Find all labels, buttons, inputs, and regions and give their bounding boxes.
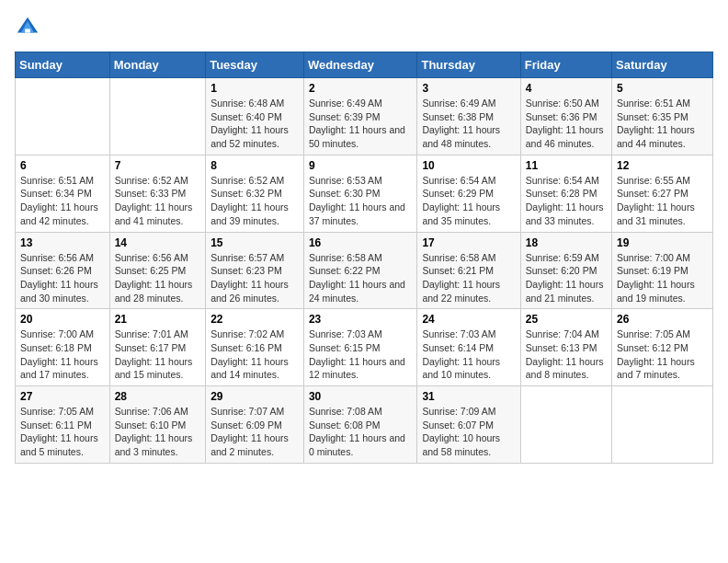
day-cell: 9Sunrise: 6:53 AM Sunset: 6:30 PM Daylig… bbox=[303, 155, 417, 232]
day-cell: 26Sunrise: 7:05 AM Sunset: 6:12 PM Dayli… bbox=[612, 309, 713, 386]
day-cell: 21Sunrise: 7:01 AM Sunset: 6:17 PM Dayli… bbox=[109, 309, 205, 386]
day-number: 14 bbox=[115, 236, 200, 249]
day-number: 29 bbox=[210, 390, 299, 403]
day-info: Sunrise: 7:01 AM Sunset: 6:17 PM Dayligh… bbox=[115, 327, 200, 382]
day-number: 3 bbox=[422, 82, 515, 95]
day-info: Sunrise: 6:56 AM Sunset: 6:25 PM Dayligh… bbox=[115, 251, 200, 305]
day-cell: 2Sunrise: 6:49 AM Sunset: 6:39 PM Daylig… bbox=[303, 78, 417, 155]
day-number: 31 bbox=[422, 390, 515, 403]
logo bbox=[15, 15, 44, 40]
day-number: 23 bbox=[309, 313, 413, 326]
day-cell bbox=[109, 78, 205, 155]
day-number: 15 bbox=[210, 236, 299, 249]
day-cell: 27Sunrise: 7:05 AM Sunset: 6:11 PM Dayli… bbox=[16, 386, 110, 464]
day-number: 17 bbox=[422, 236, 515, 249]
day-cell: 4Sunrise: 6:50 AM Sunset: 6:36 PM Daylig… bbox=[520, 78, 611, 155]
day-info: Sunrise: 6:54 AM Sunset: 6:29 PM Dayligh… bbox=[422, 174, 515, 228]
day-number: 2 bbox=[309, 82, 413, 95]
day-cell: 5Sunrise: 6:51 AM Sunset: 6:35 PM Daylig… bbox=[612, 78, 713, 155]
week-row-1: 1Sunrise: 6:48 AM Sunset: 6:40 PM Daylig… bbox=[16, 78, 713, 155]
day-cell: 14Sunrise: 6:56 AM Sunset: 6:25 PM Dayli… bbox=[109, 232, 205, 309]
svg-rect-2 bbox=[25, 29, 30, 32]
day-number: 13 bbox=[20, 236, 105, 249]
day-info: Sunrise: 7:05 AM Sunset: 6:11 PM Dayligh… bbox=[20, 405, 105, 459]
day-cell: 17Sunrise: 6:58 AM Sunset: 6:21 PM Dayli… bbox=[417, 232, 520, 309]
week-row-5: 27Sunrise: 7:05 AM Sunset: 6:11 PM Dayli… bbox=[16, 386, 713, 464]
column-header-saturday: Saturday bbox=[612, 52, 713, 78]
day-number: 21 bbox=[115, 313, 200, 326]
day-cell: 8Sunrise: 6:52 AM Sunset: 6:32 PM Daylig… bbox=[206, 155, 304, 232]
day-cell: 25Sunrise: 7:04 AM Sunset: 6:13 PM Dayli… bbox=[520, 309, 611, 386]
day-cell: 23Sunrise: 7:03 AM Sunset: 6:15 PM Dayli… bbox=[303, 309, 417, 386]
day-info: Sunrise: 7:06 AM Sunset: 6:10 PM Dayligh… bbox=[115, 405, 200, 459]
calendar-header-row: SundayMondayTuesdayWednesdayThursdayFrid… bbox=[16, 52, 713, 78]
day-cell: 7Sunrise: 6:52 AM Sunset: 6:33 PM Daylig… bbox=[109, 155, 205, 232]
day-info: Sunrise: 6:58 AM Sunset: 6:21 PM Dayligh… bbox=[422, 251, 515, 305]
page-header bbox=[15, 15, 713, 40]
day-number: 28 bbox=[115, 390, 200, 403]
day-info: Sunrise: 6:50 AM Sunset: 6:36 PM Dayligh… bbox=[526, 97, 607, 151]
day-cell: 6Sunrise: 6:51 AM Sunset: 6:34 PM Daylig… bbox=[16, 155, 110, 232]
day-info: Sunrise: 7:04 AM Sunset: 6:13 PM Dayligh… bbox=[526, 327, 607, 382]
day-number: 27 bbox=[20, 390, 105, 403]
day-number: 5 bbox=[617, 82, 708, 95]
day-info: Sunrise: 7:09 AM Sunset: 6:07 PM Dayligh… bbox=[422, 405, 515, 459]
column-header-sunday: Sunday bbox=[16, 52, 110, 78]
day-number: 4 bbox=[526, 82, 607, 95]
day-info: Sunrise: 6:49 AM Sunset: 6:39 PM Dayligh… bbox=[309, 97, 413, 151]
day-cell bbox=[16, 78, 110, 155]
day-info: Sunrise: 6:48 AM Sunset: 6:40 PM Dayligh… bbox=[210, 97, 299, 151]
day-number: 7 bbox=[115, 159, 200, 172]
day-cell: 18Sunrise: 6:59 AM Sunset: 6:20 PM Dayli… bbox=[520, 232, 611, 309]
day-number: 11 bbox=[526, 159, 607, 172]
day-number: 20 bbox=[20, 313, 105, 326]
day-cell: 1Sunrise: 6:48 AM Sunset: 6:40 PM Daylig… bbox=[206, 78, 304, 155]
day-number: 8 bbox=[210, 159, 299, 172]
week-row-4: 20Sunrise: 7:00 AM Sunset: 6:18 PM Dayli… bbox=[16, 309, 713, 386]
day-number: 12 bbox=[617, 159, 708, 172]
day-number: 30 bbox=[309, 390, 413, 403]
day-info: Sunrise: 7:03 AM Sunset: 6:14 PM Dayligh… bbox=[422, 327, 515, 382]
day-number: 24 bbox=[422, 313, 515, 326]
day-cell: 16Sunrise: 6:58 AM Sunset: 6:22 PM Dayli… bbox=[303, 232, 417, 309]
day-info: Sunrise: 6:52 AM Sunset: 6:32 PM Dayligh… bbox=[210, 174, 299, 228]
day-info: Sunrise: 7:05 AM Sunset: 6:12 PM Dayligh… bbox=[617, 327, 708, 382]
day-number: 22 bbox=[210, 313, 299, 326]
day-number: 26 bbox=[617, 313, 708, 326]
day-info: Sunrise: 6:52 AM Sunset: 6:33 PM Dayligh… bbox=[115, 174, 200, 228]
column-header-tuesday: Tuesday bbox=[206, 52, 304, 78]
day-info: Sunrise: 6:49 AM Sunset: 6:38 PM Dayligh… bbox=[422, 97, 515, 151]
column-header-wednesday: Wednesday bbox=[303, 52, 417, 78]
column-header-friday: Friday bbox=[520, 52, 611, 78]
week-row-2: 6Sunrise: 6:51 AM Sunset: 6:34 PM Daylig… bbox=[16, 155, 713, 232]
day-info: Sunrise: 6:51 AM Sunset: 6:34 PM Dayligh… bbox=[20, 174, 105, 228]
day-cell: 15Sunrise: 6:57 AM Sunset: 6:23 PM Dayli… bbox=[206, 232, 304, 309]
day-number: 25 bbox=[526, 313, 607, 326]
day-cell: 28Sunrise: 7:06 AM Sunset: 6:10 PM Dayli… bbox=[109, 386, 205, 464]
day-cell: 10Sunrise: 6:54 AM Sunset: 6:29 PM Dayli… bbox=[417, 155, 520, 232]
day-info: Sunrise: 7:07 AM Sunset: 6:09 PM Dayligh… bbox=[210, 405, 299, 459]
day-number: 9 bbox=[309, 159, 413, 172]
day-info: Sunrise: 6:56 AM Sunset: 6:26 PM Dayligh… bbox=[20, 251, 105, 305]
day-info: Sunrise: 7:00 AM Sunset: 6:19 PM Dayligh… bbox=[617, 251, 708, 305]
day-number: 16 bbox=[309, 236, 413, 249]
day-number: 18 bbox=[526, 236, 607, 249]
day-cell: 19Sunrise: 7:00 AM Sunset: 6:19 PM Dayli… bbox=[612, 232, 713, 309]
day-info: Sunrise: 6:59 AM Sunset: 6:20 PM Dayligh… bbox=[526, 251, 607, 305]
column-header-thursday: Thursday bbox=[417, 52, 520, 78]
day-info: Sunrise: 6:58 AM Sunset: 6:22 PM Dayligh… bbox=[309, 251, 413, 305]
day-info: Sunrise: 7:03 AM Sunset: 6:15 PM Dayligh… bbox=[309, 327, 413, 382]
day-number: 1 bbox=[210, 82, 299, 95]
day-cell: 31Sunrise: 7:09 AM Sunset: 6:07 PM Dayli… bbox=[417, 386, 520, 464]
day-info: Sunrise: 7:00 AM Sunset: 6:18 PM Dayligh… bbox=[20, 327, 105, 382]
day-cell: 29Sunrise: 7:07 AM Sunset: 6:09 PM Dayli… bbox=[206, 386, 304, 464]
day-info: Sunrise: 6:54 AM Sunset: 6:28 PM Dayligh… bbox=[526, 174, 607, 228]
column-header-monday: Monday bbox=[109, 52, 205, 78]
day-cell bbox=[520, 386, 611, 464]
day-info: Sunrise: 6:55 AM Sunset: 6:27 PM Dayligh… bbox=[617, 174, 708, 228]
day-cell bbox=[612, 386, 713, 464]
day-info: Sunrise: 6:51 AM Sunset: 6:35 PM Dayligh… bbox=[617, 97, 708, 151]
day-number: 6 bbox=[20, 159, 105, 172]
day-info: Sunrise: 7:02 AM Sunset: 6:16 PM Dayligh… bbox=[210, 327, 299, 382]
calendar-table: SundayMondayTuesdayWednesdayThursdayFrid… bbox=[15, 52, 713, 464]
